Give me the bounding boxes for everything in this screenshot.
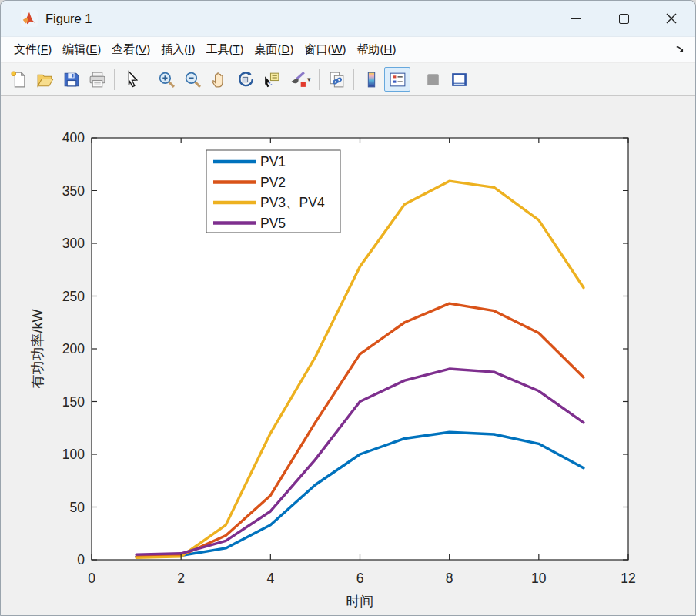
- new-figure-button[interactable]: [5, 67, 32, 92]
- legend-label: PV1: [260, 154, 286, 169]
- toolbar-separator: [114, 69, 115, 90]
- save-figure-button[interactable]: [58, 67, 84, 92]
- menu-insert[interactable]: 插入(I): [156, 40, 200, 59]
- x-tick-label: 4: [266, 571, 274, 586]
- maximize-button[interactable]: [600, 1, 647, 36]
- close-button[interactable]: [647, 1, 695, 36]
- link-plot-button[interactable]: [323, 67, 350, 92]
- chart: 024681012050100150200250300350400时间有功功率/…: [1, 96, 696, 616]
- x-tick-label: 12: [621, 571, 635, 586]
- matlab-icon: [21, 10, 38, 27]
- y-tick-label: 0: [77, 552, 85, 567]
- printer-icon: [88, 70, 107, 89]
- x-tick-label: 6: [356, 571, 364, 586]
- brush-dropdown-icon[interactable]: ▾: [307, 75, 315, 83]
- new-document-icon: [9, 70, 28, 89]
- rotate-3d-button[interactable]: [232, 67, 258, 92]
- zoom-out-button[interactable]: [179, 67, 206, 92]
- y-tick-label: 100: [62, 447, 85, 462]
- arrow-cursor-icon: [122, 70, 142, 89]
- figure-toolbar: ▾: [1, 63, 695, 96]
- x-tick-label: 0: [88, 571, 95, 586]
- window-title: Figure 1: [45, 12, 92, 26]
- zoom-out-icon: [183, 70, 202, 89]
- edit-cursor-button[interactable]: [119, 67, 145, 92]
- menu-view[interactable]: 查看(V): [106, 40, 156, 59]
- x-tick-label: 2: [177, 571, 185, 586]
- rotate-3d-icon: [236, 70, 255, 89]
- open-folder-icon: [35, 70, 55, 89]
- toolbar-separator: [149, 69, 149, 90]
- colorbar-icon: [362, 70, 381, 89]
- zoom-in-icon: [157, 70, 176, 89]
- plot-area[interactable]: [92, 138, 628, 560]
- y-tick-label: 150: [62, 394, 85, 410]
- menubar: 文件(F) 编辑(E) 查看(V) 插入(I) 工具(T) 桌面(D) 窗口(W…: [1, 37, 695, 63]
- open-file-button[interactable]: [32, 67, 58, 92]
- close-icon: [666, 13, 677, 24]
- minimize-button[interactable]: [552, 1, 600, 36]
- insert-legend-button[interactable]: [384, 67, 410, 92]
- x-tick-label: 10: [531, 571, 547, 586]
- menu-tools[interactable]: 工具(T): [200, 40, 249, 59]
- menu-edit[interactable]: 编辑(E): [57, 40, 106, 59]
- pan-button[interactable]: [206, 67, 232, 92]
- dock-figure-icon: [450, 70, 469, 89]
- x-axis-label: 时间: [346, 594, 374, 609]
- minimize-icon: [571, 18, 581, 19]
- y-axis-label: 有功功率/kW: [30, 309, 45, 388]
- menu-window[interactable]: 窗口(W): [299, 40, 351, 59]
- brush-data-button[interactable]: [284, 67, 310, 92]
- link-plot-icon: [327, 70, 346, 89]
- y-tick-label: 200: [62, 341, 85, 357]
- hand-pan-icon: [209, 70, 229, 89]
- legend-label: PV3、PV4: [260, 195, 325, 210]
- save-icon: [62, 70, 81, 89]
- data-cursor-button[interactable]: [258, 67, 284, 92]
- insert-colorbar-button[interactable]: [358, 67, 384, 92]
- plot-tools-icon: [423, 70, 443, 89]
- y-tick-label: 250: [62, 289, 85, 304]
- zoom-in-button[interactable]: [153, 67, 179, 92]
- legend-label: PV5: [260, 216, 286, 231]
- maximize-icon: [619, 14, 629, 24]
- y-tick-label: 400: [62, 130, 85, 146]
- x-tick-label: 8: [446, 571, 453, 586]
- y-tick-label: 300: [62, 236, 85, 251]
- legend-icon: [388, 70, 407, 89]
- data-cursor-icon: [262, 70, 281, 89]
- dock-figure-button[interactable]: [446, 67, 472, 92]
- y-tick-label: 50: [70, 500, 85, 515]
- menu-file[interactable]: 文件(F): [8, 40, 57, 59]
- brush-icon: [288, 70, 307, 89]
- figure-window: Figure 1 文件(F) 编辑(E) 查看(V) 插入(I) 工具(T) 桌…: [0, 0, 696, 616]
- dock-arrow-icon[interactable]: [674, 44, 686, 55]
- plot-tools-disabled-button[interactable]: [420, 67, 446, 92]
- menu-help[interactable]: 帮助(H): [352, 40, 402, 59]
- figure-canvas: 024681012050100150200250300350400时间有功功率/…: [1, 96, 695, 616]
- toolbar-separator: [319, 69, 320, 90]
- y-tick-label: 350: [62, 183, 85, 199]
- toolbar-separator: [353, 69, 354, 90]
- print-figure-button[interactable]: [84, 67, 110, 92]
- legend-label: PV2: [260, 175, 286, 190]
- menu-desktop[interactable]: 桌面(D): [249, 40, 299, 59]
- window-controls: [552, 1, 695, 36]
- titlebar: Figure 1: [1, 1, 695, 37]
